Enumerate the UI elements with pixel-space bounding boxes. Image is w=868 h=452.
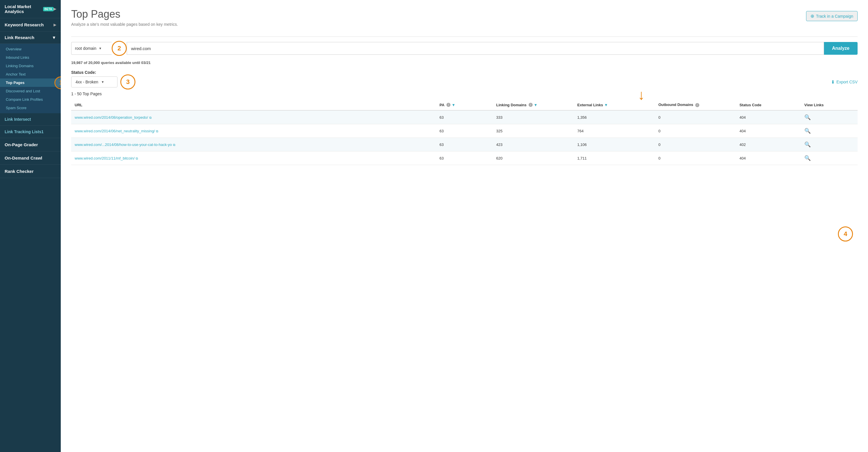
filter-row: 4xx - Broken ▼ 3 ⬇ Export CSV [71, 77, 858, 87]
sidebar-item-linking-domains[interactable]: Linking Domains [0, 62, 61, 70]
page-subtitle: Analyze a site's most valuable pages bas… [71, 22, 178, 27]
pa-info-icon[interactable]: i [446, 103, 451, 107]
outbound-domains-info-icon[interactable]: i [695, 103, 699, 107]
sidebar-link-intersect-label: Link Intersect [5, 117, 31, 122]
annotation-circle-3: 3 [120, 75, 135, 89]
filter-section: Status Code: 4xx - Broken ▼ 3 ⬇ Export C… [71, 70, 858, 87]
header-actions: ⊕ Track in a Campaign [806, 8, 858, 21]
table-row: www.wired.com/2014/08/operation_torpedo/… [71, 110, 858, 124]
view-links-icon[interactable]: 🔍 [804, 155, 811, 161]
sidebar-local-market-label: Local Market Analytics [5, 4, 39, 14]
col-header-url: URL [71, 100, 436, 110]
queries-info: 19,987 of 20,000 queries available until… [71, 60, 858, 65]
col-header-outbound-domains: Outbound Domains i [655, 100, 736, 110]
sidebar-on-page-grader-label: On-Page Grader [5, 142, 38, 147]
external-link-icon: ⧉ [136, 157, 138, 161]
external-links-sort-icon[interactable]: ▼ [604, 103, 608, 107]
row-url-link[interactable]: www.wired.com/...2014/08/how-to-use-your… [75, 142, 175, 147]
annotation-circle-2: 2 [112, 41, 127, 56]
sidebar-item-link-intersect[interactable]: Link Intersect [0, 113, 61, 126]
export-csv-button[interactable]: ⬇ Export CSV [831, 79, 858, 85]
beta-badge: BETA [43, 7, 54, 11]
domain-type-select[interactable]: root domain ▼ [71, 42, 112, 55]
main-content: Top Pages Analyze a site's most valuable… [61, 0, 868, 452]
annotation-circle-4: 4 [838, 226, 853, 242]
search-row: root domain ▼ 2 Analyze [71, 42, 858, 55]
col-header-external-links: External Links ▼ [574, 100, 655, 110]
col-header-status-code: Status Code [736, 100, 801, 110]
table-row: www.wired.com/...2014/08/how-to-use-your… [71, 138, 858, 151]
data-table: URL PA i ▼ Linking Domains i ▼ [71, 100, 858, 165]
chevron-down-icon: ▼ [101, 80, 104, 84]
sidebar-item-inbound-links[interactable]: Inbound Links [0, 53, 61, 62]
sidebar-item-on-page-grader[interactable]: On-Page Grader [0, 138, 61, 151]
sidebar-on-demand-crawl-label: On-Demand Crawl [5, 156, 42, 161]
pa-sort-icon[interactable]: ▼ [452, 103, 456, 107]
sidebar-item-overview[interactable]: Overview [0, 45, 61, 53]
col-header-view-links: View Links [801, 100, 858, 110]
analyze-button[interactable]: Analyze [824, 42, 858, 55]
chevron-right-icon: ▶ [54, 23, 56, 27]
col-header-linking-domains: Linking Domains i ▼ [493, 100, 574, 110]
url-input[interactable] [127, 42, 824, 55]
external-link-icon: ⧉ [149, 116, 152, 120]
view-links-icon[interactable]: 🔍 [804, 128, 811, 134]
linking-domains-sort-icon[interactable]: ▼ [534, 103, 537, 107]
domain-type-value: root domain [75, 46, 96, 51]
table-wrapper: ↓ URL PA i ▼ Lin [71, 100, 858, 165]
status-code-value: 4xx - Broken [75, 80, 98, 84]
link-tracking-badge: 1 [41, 130, 44, 134]
sidebar-item-compare-link-profiles[interactable]: Compare Link Profiles [0, 95, 61, 104]
title-area: Top Pages Analyze a site's most valuable… [71, 8, 178, 31]
sidebar-link-tracking-label: Link Tracking Lists [5, 130, 41, 134]
header-row: Top Pages Analyze a site's most valuable… [71, 8, 858, 31]
sidebar-item-discovered[interactable]: Discovered and Lost [0, 87, 61, 95]
export-label: Export CSV [836, 80, 858, 84]
download-icon: ⬇ [831, 79, 835, 85]
domain-type-wrapper: root domain ▼ 2 [71, 42, 112, 55]
col-header-pa: PA i ▼ [436, 100, 493, 110]
page-title: Top Pages [71, 8, 178, 20]
sidebar-item-link-research[interactable]: Link Research ▼ [0, 32, 61, 44]
sidebar-link-research-label: Link Research [5, 35, 34, 40]
search-section: root domain ▼ 2 Analyze [71, 42, 858, 58]
filter-left: 4xx - Broken ▼ 3 [71, 77, 118, 87]
sidebar-item-link-tracking-lists[interactable]: Link Tracking Lists 1 [0, 126, 61, 138]
table-row: www.wired.com/2014/06/net_neutrality_mis… [71, 124, 858, 138]
status-code-select[interactable]: 4xx - Broken ▼ [71, 77, 118, 87]
view-links-icon[interactable]: 🔍 [804, 142, 811, 147]
chevron-down-icon: ▼ [99, 47, 102, 50]
status-select-wrapper: 4xx - Broken ▼ 3 [71, 77, 118, 87]
linking-domains-info-icon[interactable]: i [529, 103, 533, 107]
chevron-right-icon: ▶ [54, 7, 56, 11]
table-row: www.wired.com/2011/11/mf_bitcoin/⧉636201… [71, 151, 858, 165]
row-url-link[interactable]: www.wired.com/2011/11/mf_bitcoin/⧉ [75, 156, 138, 161]
status-label: Status Code: [71, 70, 858, 75]
track-campaign-button[interactable]: ⊕ Track in a Campaign [806, 11, 858, 21]
sidebar-item-rank-checker[interactable]: Rank Checker [0, 165, 61, 178]
divider-1 [71, 36, 858, 37]
row-url-link[interactable]: www.wired.com/2014/06/net_neutrality_mis… [75, 129, 158, 133]
plus-icon: ⊕ [810, 13, 814, 19]
external-link-icon: ⧉ [173, 143, 175, 147]
table-body: www.wired.com/2014/08/operation_torpedo/… [71, 110, 858, 165]
sidebar-item-local-market-analytics[interactable]: Local Market Analytics BETA ▶ [0, 0, 61, 18]
sidebar-link-research-submenu: Overview Inbound Links Linking Domains A… [0, 44, 61, 113]
track-campaign-label: Track in a Campaign [816, 14, 853, 19]
view-links-icon[interactable]: 🔍 [804, 114, 811, 120]
external-link-icon: ⧉ [156, 130, 158, 133]
sidebar-item-spam-score[interactable]: Spam Score [0, 104, 61, 112]
table-header-row: URL PA i ▼ Linking Domains i ▼ [71, 100, 858, 110]
chevron-down-icon: ▼ [52, 35, 56, 40]
sidebar-item-keyword-research[interactable]: Keyword Research ▶ [0, 18, 61, 32]
results-count: 1 - 50 Top Pages [71, 91, 858, 96]
sidebar-item-on-demand-crawl[interactable]: On-Demand Crawl [0, 151, 61, 165]
sidebar: Local Market Analytics BETA ▶ Keyword Re… [0, 0, 61, 452]
sidebar-item-anchor-text[interactable]: Anchor Text [0, 70, 61, 79]
row-url-link[interactable]: www.wired.com/2014/08/operation_torpedo/… [75, 115, 152, 120]
sidebar-keyword-research-label: Keyword Research [5, 22, 44, 27]
sidebar-item-top-pages[interactable]: Top Pages [0, 79, 61, 87]
sidebar-rank-checker-label: Rank Checker [5, 169, 34, 174]
